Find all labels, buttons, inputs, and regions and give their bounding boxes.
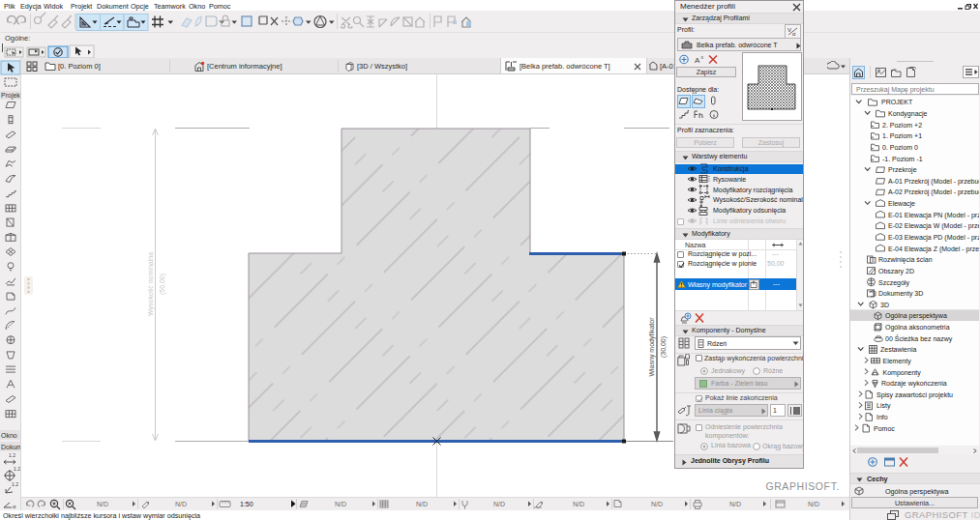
svg-text:1. Poziom +1: 1. Poziom +1 <box>882 132 922 139</box>
svg-text:1:50: 1:50 <box>240 501 253 507</box>
svg-text:A-01 Przekrój (Model - przebud: A-01 Przekrój (Model - przebudowani <box>888 178 979 186</box>
svg-text:Wysokość nominalna: Wysokość nominalna <box>147 252 155 316</box>
svg-text:GRAPHISOFT.: GRAPHISOFT. <box>765 480 840 492</box>
svg-text:N/D: N/D <box>573 501 584 507</box>
svg-text:E-01 Elewacja PN (Model - prze: E-01 Elewacja PN (Model - przebudow <box>888 212 979 219</box>
svg-text:Kondygnacje: Kondygnacje <box>888 110 928 118</box>
svg-text:Rodzaje wykończenia: Rodzaje wykończenia <box>881 380 947 388</box>
svg-text:Pomoc: Pomoc <box>874 425 895 432</box>
svg-text:0. Poziom 0: 0. Poziom 0 <box>882 144 918 151</box>
svg-text:Dokume: Dokume <box>1 444 21 450</box>
svg-text:(30,00): (30,00) <box>660 336 668 358</box>
svg-text:2. Poziom +2: 2. Poziom +2 <box>882 122 922 129</box>
svg-text:Zestawienia: Zestawienia <box>880 346 916 353</box>
svg-text:E-04 Elewacja Z (Model - przeb: E-04 Elewacja Z (Model - przebudowa <box>888 246 979 253</box>
svg-text:Dokumenty 3D: Dokumenty 3D <box>878 290 923 298</box>
svg-text:PROJEKT: PROJEKT <box>881 99 913 105</box>
svg-text:N/D: N/D <box>416 501 428 507</box>
svg-text:E-03 Elewacja PD (Model - prze: E-03 Elewacja PD (Model - przebudow <box>888 234 979 242</box>
svg-text:Elewacje: Elewacje <box>888 200 915 208</box>
svg-text:-1. Poziom -1: -1. Poziom -1 <box>882 156 923 162</box>
svg-text:Komponenty: Komponenty <box>883 369 922 377</box>
svg-text:Obszary 2D: Obszary 2D <box>878 268 914 275</box>
svg-text:V: V <box>787 27 791 33</box>
svg-text:00 Ścieżka bez nazwy: 00 Ścieżka bez nazwy <box>885 334 953 343</box>
svg-text:1.2: 1.2 <box>14 466 20 472</box>
svg-text:Spisy zawartości projektu: Spisy zawartości projektu <box>876 391 953 399</box>
svg-text:Rozwinięcia ścian: Rozwinięcia ścian <box>878 256 933 264</box>
svg-text:α: α <box>792 31 796 37</box>
svg-text:3D: 3D <box>880 302 889 308</box>
svg-text:x: x <box>701 54 704 60</box>
svg-text:N/D: N/D <box>335 501 346 507</box>
svg-text:A-02 Przekrój (Model - przebud: A-02 Przekrój (Model - przebudowani <box>888 188 979 196</box>
svg-text:A: A <box>695 56 700 65</box>
svg-text:Ogólna aksonometria: Ogólna aksonometria <box>885 324 950 332</box>
svg-text:(50,00): (50,00) <box>159 274 166 295</box>
svg-text:N/D: N/D <box>808 501 819 507</box>
svg-text:Okno: Okno <box>1 432 17 439</box>
svg-text:E-02 Elewacja W (Model - przeb: E-02 Elewacja W (Model - przebudow <box>888 222 979 230</box>
svg-text:N/D: N/D <box>729 501 741 507</box>
svg-text:N/D: N/D <box>651 501 663 507</box>
svg-text:Przekroje: Przekroje <box>888 166 917 174</box>
svg-text:α: α <box>13 504 16 509</box>
svg-text:1.2: 1.2 <box>12 481 18 487</box>
svg-text:N/D: N/D <box>493 501 505 507</box>
svg-text:Ogólna perspektywa: Ogólna perspektywa <box>885 312 947 320</box>
svg-text:Szczegóły: Szczegóły <box>878 279 909 287</box>
svg-text:N/D: N/D <box>175 501 187 507</box>
svg-text:Elementy: Elementy <box>883 358 912 365</box>
svg-text:Projekt: Projekt <box>1 92 21 100</box>
svg-text:1.2: 1.2 <box>9 452 15 458</box>
svg-text:Własny modyfikator: Własny modyfikator <box>648 317 656 377</box>
svg-text:N/D: N/D <box>97 501 108 507</box>
svg-text:Info: Info <box>876 414 888 420</box>
svg-text:Listy: Listy <box>876 402 891 410</box>
